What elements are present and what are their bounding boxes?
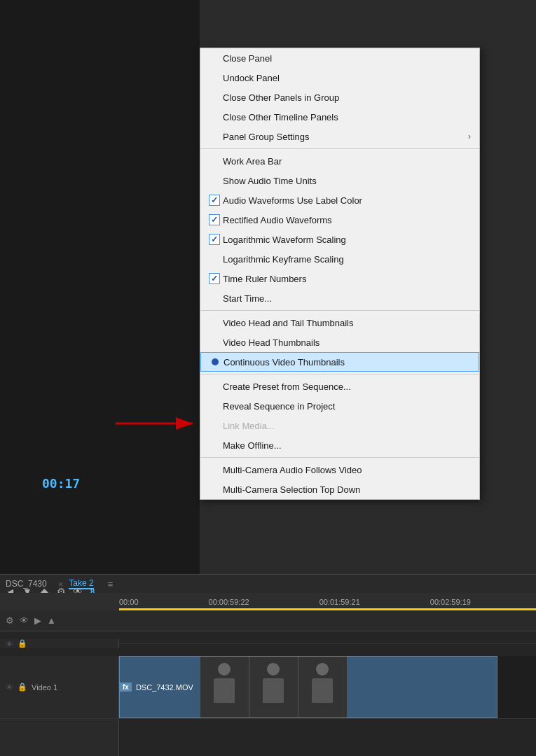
- separator-2: [200, 310, 479, 311]
- menu-item-close-panel[interactable]: Close Panel: [200, 48, 479, 68]
- track-icon-1[interactable]: ⚙: [6, 615, 14, 626]
- ruler-time-3: 00:02:59:19: [430, 598, 471, 606]
- menu-item-log-keyframe[interactable]: Logarithmic Keyframe Scaling: [200, 249, 479, 269]
- menu-check-log-waveform: ✓: [206, 234, 223, 245]
- menu-label-continuous-video: Continuous Video Thumbnails: [224, 357, 470, 368]
- left-panel: [0, 0, 200, 574]
- track-icon-2[interactable]: 👁: [20, 615, 29, 626]
- person-silhouette-2: [252, 663, 294, 712]
- track-icon-3[interactable]: ▶: [34, 615, 41, 626]
- checkbox-log-waveform: ✓: [209, 234, 220, 245]
- menu-label-show-audio-time: Show Audio Time Units: [223, 176, 471, 186]
- ruler-time-1: 00:00:59:22: [209, 598, 249, 606]
- menu-item-close-other-timeline[interactable]: Close Other Timeline Panels: [200, 107, 479, 127]
- video-track-content-1: [119, 643, 536, 644]
- menu-label-rectified-audio: Rectified Audio Waveforms: [223, 215, 471, 225]
- separator-1: [200, 148, 479, 149]
- menu-item-continuous-video[interactable]: Continuous Video Thumbnails: [200, 352, 479, 372]
- fx-badge: fx: [120, 682, 132, 692]
- thumb-3: [298, 657, 348, 718]
- video-clip[interactable]: fx DSC_7432.MOV: [119, 656, 497, 718]
- menu-label-close-other-timeline: Close Other Timeline Panels: [223, 112, 471, 122]
- menu-label-multi-camera-audio: Multi-Camera Audio Follows Video: [223, 465, 471, 475]
- person-silhouette-1: [203, 663, 245, 712]
- track1-lock-icon[interactable]: 🔒: [18, 682, 27, 692]
- menu-label-time-ruler: Time Ruler Numbers: [223, 274, 471, 284]
- menu-item-start-time[interactable]: Start Time...: [200, 288, 479, 308]
- video1-label: Video 1: [32, 683, 57, 692]
- menu-label-close-other-panels: Close Other Panels in Group: [223, 92, 471, 103]
- person-head-1: [218, 663, 231, 676]
- video-track-1: 👁 🔒 Video 1 fx DSC_7432.MOV: [0, 656, 536, 719]
- clip-name: DSC_7432.MOV: [136, 683, 193, 692]
- menu-item-panel-group-settings[interactable]: Panel Group Settings ›: [200, 127, 479, 146]
- menu-check-time-ruler: ✓: [206, 273, 223, 284]
- clip-thumbnails: [200, 657, 348, 718]
- menu-arrow-panel-group-settings: ›: [468, 132, 471, 141]
- person-head-3: [316, 663, 329, 676]
- menu-label-video-head-tail: Video Head and Tail Thumbnails: [223, 318, 471, 328]
- menu-item-reveal-sequence[interactable]: Reveal Sequence in Project: [200, 396, 479, 416]
- menu-label-create-preset: Create Preset from Sequence...: [223, 382, 471, 392]
- menu-item-close-other-panels[interactable]: Close Other Panels in Group: [200, 88, 479, 107]
- menu-item-multi-camera-audio[interactable]: Multi-Camera Audio Follows Video: [200, 460, 479, 479]
- menu-item-link-media[interactable]: Link Media...: [200, 416, 479, 435]
- track-icon-eye[interactable]: 👁: [6, 640, 13, 648]
- menu-item-create-preset[interactable]: Create Preset from Sequence...: [200, 377, 479, 396]
- video-track-1-content: fx DSC_7432.MOV: [119, 656, 536, 719]
- menu-item-time-ruler[interactable]: ✓ Time Ruler Numbers: [200, 269, 479, 288]
- bottom-timeline-area: DSC_7430 × Take 2 ≡ ◄ ▼ ◆ ⚙ 👁 8 00:00 00…: [0, 574, 536, 756]
- menu-item-multi-camera-selection[interactable]: Multi-Camera Selection Top Down: [200, 479, 479, 499]
- track1-eye-icon[interactable]: 👁: [6, 683, 13, 692]
- menu-label-link-media: Link Media...: [223, 421, 471, 431]
- menu-item-undock-panel[interactable]: Undock Panel: [200, 68, 479, 88]
- person-body-3: [312, 678, 333, 703]
- extra-track-left: [0, 719, 119, 756]
- video-track-1-label: 👁 🔒 Video 1: [0, 656, 119, 719]
- menu-label-undock-panel: Undock Panel: [223, 73, 471, 83]
- menu-item-work-area-bar[interactable]: Work Area Bar: [200, 151, 479, 171]
- extra-tracks: [0, 719, 536, 756]
- menu-label-log-waveform: Logarithmic Waveform Scaling: [223, 234, 471, 245]
- separator-3: [200, 374, 479, 374]
- track-tool-row: ⚙ 👁 ▶ ▲: [0, 610, 536, 631]
- ruler-times: 00:00 00:00:59:22 00:01:59:21 00:02:59:1…: [119, 598, 536, 606]
- menu-label-log-keyframe: Logarithmic Keyframe Scaling: [223, 254, 471, 265]
- radio-continuous-video: [212, 358, 219, 365]
- menu-item-log-waveform[interactable]: ✓ Logarithmic Waveform Scaling: [200, 230, 479, 249]
- menu-check-continuous-video: [207, 358, 224, 365]
- menu-item-audio-waveforms-label[interactable]: ✓ Audio Waveforms Use Label Color: [200, 190, 479, 210]
- thumb-2: [249, 657, 298, 718]
- menu-label-panel-group-settings: Panel Group Settings: [223, 132, 468, 142]
- menu-check-rectified-audio: ✓: [206, 214, 223, 225]
- menu-label-start-time: Start Time...: [223, 293, 471, 304]
- menu-label-video-head: Video Head Thumbnails: [223, 337, 471, 348]
- menu-label-audio-waveforms-label: Audio Waveforms Use Label Color: [223, 195, 471, 206]
- menu-item-make-offline[interactable]: Make Offline...: [200, 435, 479, 455]
- separator-4: [200, 457, 479, 458]
- menu-label-make-offline: Make Offline...: [223, 440, 471, 451]
- menu-item-rectified-audio[interactable]: ✓ Rectified Audio Waveforms: [200, 210, 479, 230]
- thumb-1: [200, 657, 249, 718]
- video-track-label-1: 👁 🔒: [0, 639, 119, 648]
- menu-label-close-panel: Close Panel: [223, 53, 471, 64]
- tab-menu-icon[interactable]: ≡: [108, 579, 114, 589]
- checkbox-audio-waveforms-label: ✓: [209, 195, 220, 206]
- menu-item-video-head[interactable]: Video Head Thumbnails: [200, 332, 479, 352]
- context-menu: Close Panel Undock Panel Close Other Pan…: [200, 48, 480, 500]
- ruler-time-0: 00:00: [119, 598, 139, 606]
- track-icon-4[interactable]: ▲: [47, 615, 56, 626]
- checkbox-time-ruler: ✓: [209, 273, 220, 284]
- menu-label-multi-camera-selection: Multi-Camera Selection Top Down: [223, 484, 471, 495]
- menu-item-video-head-tail[interactable]: Video Head and Tail Thumbnails: [200, 313, 479, 332]
- person-body-2: [263, 678, 284, 703]
- menu-check-audio-waveforms-label: ✓: [206, 195, 223, 206]
- timeline-tracks: ⚙ 👁 ▶ ▲ 👁 🔒 👁 🔒 Video 1 fx: [0, 610, 536, 756]
- checkbox-rectified-audio: ✓: [209, 214, 220, 225]
- menu-item-show-audio-time[interactable]: Show Audio Time Units: [200, 171, 479, 190]
- person-silhouette-3: [301, 663, 343, 712]
- menu-label-work-area-bar: Work Area Bar: [223, 156, 471, 167]
- person-body-1: [214, 678, 235, 703]
- ruler-time-2: 00:01:59:21: [319, 598, 360, 606]
- track-icon-lock[interactable]: 🔒: [18, 639, 27, 648]
